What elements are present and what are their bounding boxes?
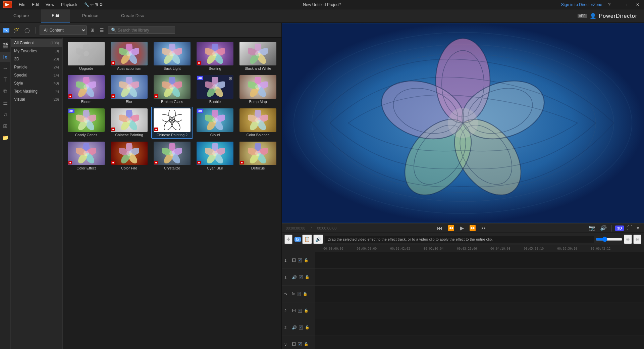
maximize-btn[interactable]: □ [625,2,631,8]
track-check-0[interactable]: ✓ [298,258,302,262]
side-icon-pip[interactable]: ☰ [0,98,10,108]
category-item-text-masking[interactable]: Text Masking(4) [11,87,62,95]
track-check-4[interactable]: ✓ [299,326,303,330]
side-icon-capture[interactable]: ⊞ [0,121,10,131]
category-item-style[interactable]: Style(40) [11,79,62,87]
track-check-1[interactable]: ✓ [299,275,303,279]
menu-edit[interactable]: Edit [31,2,40,8]
search-input[interactable] [118,28,172,33]
effect-item-cloud[interactable]: 3D Cloud [194,107,236,139]
effect-item-backlight[interactable]: Back Light [151,40,193,72]
track-lock-5[interactable]: 🔒 [304,342,309,346]
red-badge-beating: ■ [197,61,201,65]
category-item-my-favorites[interactable]: My Favorites(0) [11,47,62,55]
list-view-toggle[interactable]: ☰ [98,26,105,34]
sign-in-link[interactable]: Sign in to DirectorZone [561,2,602,7]
effect-item-beating[interactable]: ■ Beating [194,40,236,72]
effect-item-bw[interactable]: Black and White [237,40,279,72]
category-item-all-content[interactable]: All Content(108) [11,39,62,47]
collapse-button[interactable]: ◀ [62,187,63,200]
track-row-0[interactable] [315,252,644,269]
effect-label-brokenglass: Broken Glass [154,100,191,104]
toolbar-separator [35,27,36,34]
next-frame-btn[interactable]: ⏩ [468,223,477,233]
fullscreen-btn[interactable]: ⛶ [626,224,634,233]
effect-grid-container[interactable]: Upgrade■ Abstractionism Back Light■ Beat… [63,38,281,349]
3d-badge[interactable]: 3D [615,226,624,231]
track-lock-0[interactable]: 🔒 [304,258,309,262]
effect-item-colorbalance[interactable]: Color Balance [237,107,279,139]
zoom-in-btn[interactable]: ⊕ [624,235,632,244]
svg-point-19 [169,51,175,56]
effect-item-bumpmap[interactable]: Bump Map [237,73,279,105]
side-icon-audio[interactable]: ♫ [0,109,10,119]
side-icon-overlay[interactable]: ⧉ [0,86,10,96]
menu-view[interactable]: View [44,2,56,8]
category-item-special[interactable]: Special(14) [11,71,62,79]
timeline-zoom-slider[interactable] [596,237,623,242]
effect-item-candycanes[interactable]: 3D Candy Canes [65,107,107,139]
effect-item-bubble[interactable]: 3D⚙ Bubble [194,73,236,105]
effect-item-row4c[interactable]: ■ Crystalize [151,140,193,172]
play-btn[interactable]: ▶ [459,223,465,233]
track-check-2[interactable]: ✓ [297,292,301,296]
prev-frame-btn[interactable]: ⏪ [446,223,456,233]
shape-icon[interactable]: ◯ [23,26,31,34]
effect-item-row4a[interactable]: ■ Color Effect [65,140,107,172]
timeline-add-btn[interactable]: ✚ [284,235,292,244]
grid-view-toggle[interactable]: ⊞ [89,26,96,34]
track-row-4[interactable] [315,319,644,336]
tab-create-disc[interactable]: Create Disc [110,9,155,22]
goto-start-btn[interactable]: ⏮ [436,224,444,233]
effect-item-upgrade[interactable]: Upgrade [65,40,107,72]
track-lock-1[interactable]: 🔒 [305,275,310,279]
content-area: 🎬 fx ↔ T ⧉ ☰ ♫ ⊞ 📁 All Content(108)My Fa… [0,38,281,349]
track-lock-4[interactable]: 🔒 [305,325,310,330]
category-item-particle[interactable]: Particle(24) [11,63,62,71]
wand-icon[interactable]: 🪄 [12,26,20,34]
goto-end-btn[interactable]: ⏭ [480,224,488,233]
close-btn[interactable]: ✕ [634,2,641,8]
track-lock-2[interactable]: 🔒 [303,292,308,296]
category-item-visual[interactable]: Visual(26) [11,95,62,103]
track-check-3[interactable]: ✓ [298,309,302,313]
effect-item-chinesepainting2[interactable]: ■ Chinese Painting 2 [151,107,193,139]
track-check-5[interactable]: ✓ [298,342,302,346]
timeline-icon2[interactable]: 🔊 [313,235,323,244]
effect-item-blur[interactable]: ■ Blur [108,73,150,105]
menu-playback[interactable]: Playback [60,2,79,8]
effect-item-row4e[interactable]: ■ Defocus [237,140,279,172]
tab-capture[interactable]: Capture [3,9,40,22]
category-item-3d[interactable]: 3D(20) [11,55,62,63]
track-lock-3[interactable]: 🔒 [304,308,309,313]
timeline-ruler: 00:00:00;00 00:00:50;00 00:01:42;02 00:0… [315,245,644,252]
track-row-1[interactable] [315,269,644,286]
effect-item-row4b[interactable]: ■ Color Fire [108,140,150,172]
help-btn[interactable]: ? [606,2,613,8]
track-row-2[interactable] [315,286,644,302]
effect-item-brokenglass[interactable]: ■ Broken Glass [151,73,193,105]
effect-item-chinesepainting[interactable]: ■ Chinese Painting [108,107,150,139]
track-row-3[interactable] [315,302,644,319]
settings-dropdown[interactable]: ▼ [636,226,640,231]
zoom-out-btn[interactable]: ⊖ [633,235,641,244]
effect-item-abstractionism[interactable]: ■ Abstractionism [108,40,150,72]
side-icon-fx[interactable]: fx [0,52,10,62]
side-icon-titles[interactable]: T [0,75,10,85]
content-filter-select[interactable]: All Content [40,26,87,35]
tab-edit[interactable]: Edit [41,9,70,22]
menu-extra-icons[interactable]: 🔧 ↩ ⊞ ⚙ [83,2,104,8]
effect-label-row4a: Color Effect [68,166,105,170]
volume-btn[interactable]: 🔊 [599,223,608,233]
menu-file[interactable]: File [17,2,26,8]
minimize-btn[interactable]: ─ [615,2,622,8]
tab-produce[interactable]: Produce [71,9,109,22]
effect-item-row4d[interactable]: ■ Cyan Blur [194,140,236,172]
timeline-icon1[interactable]: 📋 [302,235,312,244]
side-icon-media[interactable]: 🎬 [0,40,10,51]
snapshot-btn[interactable]: 📷 [587,223,597,233]
effect-item-bloom[interactable]: ■ Bloom [65,73,107,105]
side-icon-project[interactable]: 📁 [0,133,10,143]
side-icon-transitions[interactable]: ↔ [0,63,10,73]
track-row-5[interactable] [315,336,644,349]
